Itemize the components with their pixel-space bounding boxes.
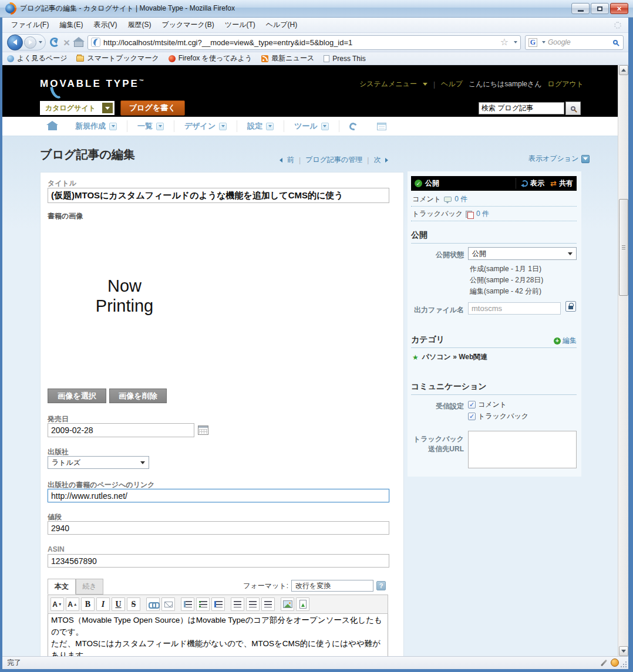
entry-title-input[interactable] (48, 188, 389, 203)
delete-image-button[interactable]: 画像を削除 (109, 389, 167, 403)
logout-link[interactable]: ログアウト (548, 79, 584, 89)
basename-lock-button[interactable] (565, 301, 576, 312)
trackback-url-textarea[interactable] (468, 431, 577, 468)
web-search-input[interactable] (548, 38, 611, 46)
url-input[interactable] (103, 38, 497, 47)
home-button[interactable] (74, 41, 83, 47)
write-post-button[interactable]: ブログを書く (120, 100, 185, 116)
title-bar[interactable]: ブログ記事の編集 - カタログサイト | Movable Type - Mozi… (0, 0, 633, 18)
insert-image-button[interactable] (281, 597, 294, 611)
align-left-button[interactable] (231, 597, 244, 611)
nav-tools[interactable]: ツール (284, 120, 339, 132)
blog-selector-button[interactable]: カタログサイト (40, 101, 115, 115)
font-smaller-button[interactable]: A▼ (50, 597, 64, 611)
restore-button[interactable] (591, 3, 609, 14)
reload-button[interactable] (50, 38, 59, 47)
greasemonkey-icon[interactable] (601, 659, 607, 666)
mt-search-input[interactable] (479, 102, 564, 114)
insert-link-button[interactable] (146, 597, 160, 611)
comments-count-link[interactable]: 0 件 (454, 194, 467, 204)
mt-search-button[interactable] (565, 102, 581, 115)
minimize-button[interactable] (571, 3, 590, 14)
menu-tools[interactable]: ツール(T) (220, 18, 261, 32)
trackbacks-checkbox[interactable]: ✓ (468, 413, 476, 420)
nav-design[interactable]: デザイン (174, 120, 237, 132)
next-arrow-icon[interactable] (385, 158, 388, 163)
comments-checkbox[interactable]: ✓ (468, 401, 476, 408)
history-dropdown-icon[interactable] (39, 41, 42, 43)
scrollbar-thumb[interactable] (619, 199, 628, 296)
publisher-link-input[interactable] (48, 489, 389, 502)
search-engine-dropdown-icon[interactable] (542, 41, 546, 43)
select-image-button[interactable]: 画像を選択 (48, 389, 106, 403)
forward-button[interactable] (24, 36, 36, 49)
search-go-icon[interactable] (613, 40, 618, 45)
nav-create[interactable]: 新規作成 (65, 120, 127, 132)
share-entry-link[interactable]: ⇄共有 (550, 178, 573, 188)
ordered-list-button[interactable] (211, 597, 225, 611)
entry-body-editor[interactable]: MTOS（Movable Type Open Source）はMovable T… (48, 614, 388, 656)
bold-button[interactable]: B (81, 597, 95, 611)
menu-view[interactable]: 表示(V) (88, 18, 122, 32)
list-dropdown-icon[interactable] (156, 123, 164, 130)
publisher-select[interactable]: ラトルズ (48, 456, 149, 469)
menu-edit[interactable]: 編集(E) (54, 18, 88, 32)
edit-categories-link[interactable]: + 編集 (554, 336, 577, 346)
nav-list[interactable]: 一覧 (127, 120, 174, 132)
blockquote-button[interactable] (181, 597, 194, 611)
menu-help[interactable]: ヘルプ(H) (261, 18, 303, 32)
tab-body[interactable]: 本文 (48, 579, 76, 595)
display-options-dropdown-icon[interactable] (581, 155, 590, 163)
menu-file[interactable]: ファイル(F) (6, 18, 54, 32)
system-menu-dropdown-icon[interactable] (423, 83, 427, 86)
mt-logo[interactable]: MOVABLE TYPE™ (40, 78, 144, 90)
insert-email-button[interactable] (161, 597, 175, 611)
bookmark-most-visited[interactable]: よく見るページ (7, 53, 67, 63)
nav-view-site[interactable] (367, 120, 396, 132)
menu-bookmarks[interactable]: ブックマーク(B) (156, 18, 219, 32)
search-engine-icon[interactable]: G (528, 38, 537, 47)
bookmark-getting-started[interactable]: Firefox を使ってみよう (169, 53, 252, 63)
bookmark-latest-news[interactable]: 最新ニュース (261, 53, 314, 63)
nav-settings[interactable]: 設定 (237, 120, 284, 132)
prev-link[interactable]: 前 (287, 155, 294, 165)
stop-button[interactable]: × (63, 37, 70, 48)
scroll-up-button[interactable] (619, 65, 628, 75)
close-button[interactable]: × (610, 3, 628, 14)
trackback-count-link[interactable]: 0 件 (476, 209, 489, 219)
underline-button[interactable]: U (112, 597, 125, 611)
bookmark-star-icon[interactable]: ☆ (500, 38, 509, 47)
unordered-list-button[interactable] (196, 597, 210, 611)
back-button[interactable] (7, 35, 23, 50)
basename-input[interactable] (468, 302, 561, 315)
nav-home[interactable] (48, 120, 65, 132)
format-select[interactable]: 改行を変換 (291, 580, 373, 592)
manage-entries-link[interactable]: ブログ記事の管理 (305, 155, 362, 165)
strikethrough-button[interactable]: S (127, 597, 140, 611)
view-entry-link[interactable]: 表示 (516, 178, 544, 188)
align-right-button[interactable] (261, 597, 275, 611)
resize-grip[interactable] (620, 661, 628, 668)
calendar-icon[interactable] (198, 426, 208, 435)
blog-selector-dropdown-icon[interactable] (102, 103, 113, 113)
status-select[interactable]: 公開 (468, 247, 577, 260)
format-help-button[interactable]: ? (376, 581, 386, 590)
extension-icon[interactable] (611, 659, 619, 667)
url-dropdown-icon[interactable] (514, 41, 517, 43)
tools-dropdown-icon[interactable] (321, 123, 329, 130)
scroll-down-button[interactable] (619, 646, 628, 656)
bookmark-smart-bookmarks[interactable]: スマートブックマーク (76, 53, 159, 63)
nav-rebuild[interactable] (339, 120, 367, 132)
next-link[interactable]: 次 (373, 155, 381, 165)
design-dropdown-icon[interactable] (219, 123, 227, 130)
align-center-button[interactable] (246, 597, 260, 611)
asin-input[interactable] (48, 554, 389, 568)
prev-arrow-icon[interactable] (280, 158, 282, 163)
tab-extended[interactable]: 続き (76, 579, 103, 595)
system-menu-link[interactable]: システムメニュー (359, 79, 417, 89)
display-options[interactable]: 表示オプション (528, 154, 590, 164)
bookmark-press-this[interactable]: Press This (324, 55, 365, 63)
insert-file-button[interactable] (296, 597, 309, 611)
menu-history[interactable]: 履歴(S) (122, 18, 156, 32)
page-scrollbar[interactable] (618, 65, 628, 656)
